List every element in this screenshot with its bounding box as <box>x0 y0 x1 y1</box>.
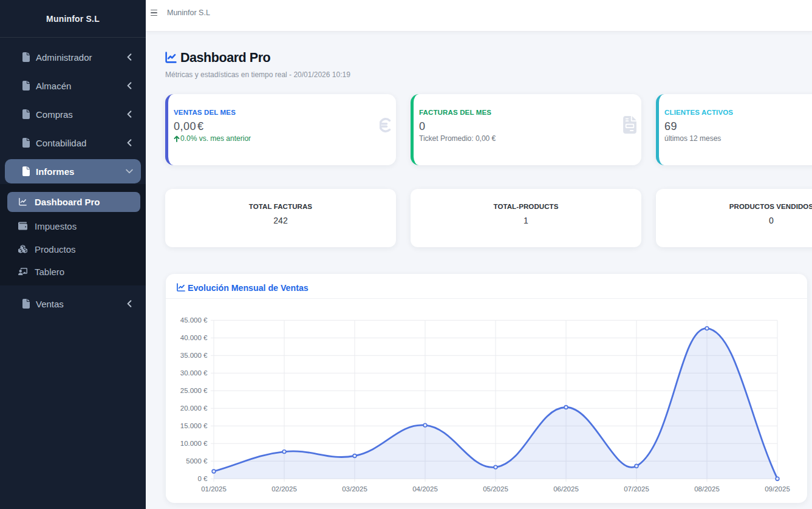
svg-text:08/2025: 08/2025 <box>694 485 720 493</box>
svg-text:40.000 €: 40.000 € <box>180 334 208 341</box>
svg-text:06/2025: 06/2025 <box>553 485 579 493</box>
svg-text:20.000 €: 20.000 € <box>180 405 208 412</box>
svg-text:0 €: 0 € <box>198 475 208 482</box>
svg-text:04/2025: 04/2025 <box>412 485 438 493</box>
svg-text:09/2025: 09/2025 <box>765 485 790 493</box>
svg-text:15.000 €: 15.000 € <box>180 422 208 429</box>
svg-text:35.000 €: 35.000 € <box>180 352 208 359</box>
svg-text:25.000 €: 25.000 € <box>180 387 208 394</box>
svg-text:03/2025: 03/2025 <box>342 485 367 493</box>
svg-text:10.000 €: 10.000 € <box>180 440 208 447</box>
svg-text:02/2025: 02/2025 <box>271 485 297 493</box>
svg-text:45.000 €: 45.000 € <box>180 316 208 324</box>
svg-text:05/2025: 05/2025 <box>483 485 508 493</box>
svg-text:5000 €: 5000 € <box>186 457 208 465</box>
svg-text:01/2025: 01/2025 <box>201 485 227 493</box>
svg-text:30.000 €: 30.000 € <box>180 369 208 377</box>
svg-text:07/2025: 07/2025 <box>624 485 649 493</box>
